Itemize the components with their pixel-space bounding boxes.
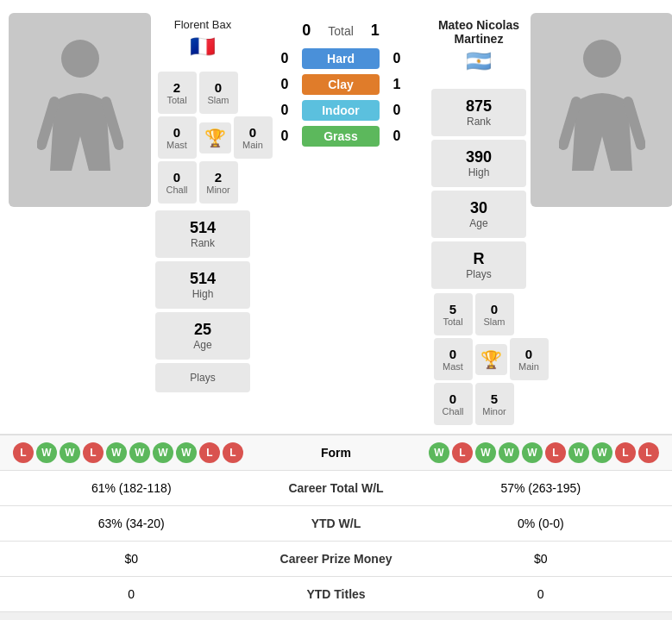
right-plays-value: R bbox=[435, 250, 523, 268]
stat-row-center: YTD Titles bbox=[250, 587, 423, 601]
right-age-box: 30 Age bbox=[431, 191, 526, 238]
left-form-badge: W bbox=[176, 442, 197, 463]
surface-badge-indoor: Indoor bbox=[302, 100, 380, 121]
left-form-badges: LWWLWWWWLL bbox=[13, 442, 285, 463]
surface-row-grass: 0 Grass 0 bbox=[276, 126, 405, 147]
right-form-badge: L bbox=[545, 442, 566, 463]
surface-left-score: 0 bbox=[276, 51, 293, 66]
left-silhouette-icon bbox=[37, 33, 123, 188]
left-mast-val: 0 bbox=[165, 125, 190, 140]
right-slam-box: 0 Slam bbox=[475, 293, 514, 335]
left-main-val: 0 bbox=[241, 125, 266, 140]
surface-left-score: 0 bbox=[276, 77, 293, 92]
left-player-photo bbox=[9, 13, 151, 207]
main-container: Florent Bax 🇫🇷 2 Total 0 Slam 0 bbox=[0, 0, 672, 612]
stat-row-left: 61% (182-118) bbox=[13, 481, 250, 495]
left-chall-box: 0 Chall bbox=[158, 161, 197, 204]
right-player-name: Mateo Nicolas Martinez bbox=[431, 18, 526, 46]
left-main-lbl: Main bbox=[241, 140, 266, 150]
left-player-flag: 🇫🇷 bbox=[190, 34, 216, 59]
right-high-value: 390 bbox=[435, 148, 523, 166]
right-form-badges: WLWWWLWWLL bbox=[388, 442, 660, 463]
right-age-label: Age bbox=[435, 217, 523, 229]
left-form-badge: W bbox=[129, 442, 150, 463]
right-mast-lbl: Mast bbox=[441, 361, 466, 372]
left-chall-lbl: Chall bbox=[165, 185, 190, 195]
left-player-name: Florent Bax bbox=[174, 18, 231, 31]
stat-row: 0 YTD Titles 0 bbox=[0, 577, 672, 612]
surface-row-hard: 0 Hard 0 bbox=[276, 48, 405, 69]
total-row: 0 Total 1 bbox=[267, 13, 414, 44]
stat-row-right: 57% (263-195) bbox=[423, 481, 660, 495]
surface-rows: 0 Hard 0 0 Clay 1 0 Indoor 0 0 Grass 0 bbox=[267, 44, 414, 151]
left-form-badge: L bbox=[83, 442, 104, 463]
stat-row-center: Career Prize Money bbox=[250, 552, 423, 566]
left-mast-lbl: Mast bbox=[165, 140, 190, 150]
stat-row-left: 0 bbox=[13, 587, 250, 601]
left-player-block: Florent Bax 🇫🇷 2 Total 0 Slam 0 bbox=[9, 13, 267, 392]
surface-badge-clay: Clay bbox=[302, 74, 380, 95]
right-high-box: 390 High bbox=[431, 140, 526, 187]
left-total-box: 2 Total bbox=[158, 72, 197, 114]
right-form-badge: L bbox=[638, 442, 659, 463]
surface-left-score: 0 bbox=[276, 103, 293, 118]
stat-row-left: 63% (34-20) bbox=[13, 517, 250, 530]
left-form-badge: W bbox=[60, 442, 80, 463]
total-label: Total bbox=[328, 24, 354, 38]
right-form-badge: W bbox=[522, 442, 543, 463]
surface-right-score: 0 bbox=[388, 51, 405, 66]
surface-row-clay: 0 Clay 1 bbox=[276, 74, 405, 95]
left-main-box: 0 Main bbox=[234, 116, 273, 159]
right-plays-label: Plays bbox=[435, 268, 523, 280]
left-high-label: High bbox=[159, 288, 247, 300]
stat-row-left: $0 bbox=[13, 552, 250, 566]
left-high-value: 514 bbox=[159, 270, 247, 288]
left-slam-lbl: Slam bbox=[206, 95, 231, 105]
left-slam-box: 0 Slam bbox=[199, 72, 238, 114]
svg-point-0 bbox=[61, 40, 99, 78]
left-minor-val: 2 bbox=[206, 170, 231, 185]
left-form-badge: L bbox=[13, 442, 34, 463]
right-minor-lbl: Minor bbox=[482, 406, 507, 416]
right-rank-box: 875 Rank bbox=[431, 89, 526, 136]
right-player-flag: 🇦🇷 bbox=[466, 49, 492, 73]
stat-row-right: 0 bbox=[423, 587, 660, 601]
right-rank-boxes: 875 Rank 390 High 30 Age R Plays bbox=[431, 89, 526, 289]
right-form-badge: W bbox=[475, 442, 496, 463]
right-form-badge: L bbox=[452, 442, 473, 463]
right-mast-val: 0 bbox=[441, 347, 466, 361]
stat-row-right: 0% (0-0) bbox=[423, 517, 660, 530]
stats-table: LWWLWWWWLL Form WLWWWLWWLL 61% (182-118)… bbox=[0, 434, 672, 612]
surface-row-indoor: 0 Indoor 0 bbox=[276, 100, 405, 121]
left-chall-val: 0 bbox=[165, 170, 190, 185]
stat-row-right: $0 bbox=[423, 552, 660, 566]
right-chall-box: 0 Chall bbox=[434, 383, 473, 425]
right-form-badge: W bbox=[499, 442, 519, 463]
right-trophy-icon: 🏆 bbox=[475, 344, 507, 375]
right-mast-box: 0 Mast bbox=[434, 338, 473, 380]
left-plays-label: Plays bbox=[159, 372, 247, 384]
surface-badge-grass: Grass bbox=[302, 126, 380, 147]
left-slam-val: 0 bbox=[206, 80, 231, 95]
right-chall-lbl: Chall bbox=[441, 406, 466, 416]
stat-rows-container: 61% (182-118) Career Total W/L 57% (263-… bbox=[0, 471, 672, 612]
right-total-score: 1 bbox=[371, 22, 380, 40]
surface-left-score: 0 bbox=[276, 128, 293, 144]
surface-badge-hard: Hard bbox=[302, 48, 380, 69]
left-age-box: 25 Age bbox=[155, 312, 250, 360]
left-player-details: Florent Bax 🇫🇷 2 Total 0 Slam 0 bbox=[155, 13, 250, 392]
left-minor-box: 2 Minor bbox=[199, 161, 238, 204]
right-form-badge: W bbox=[429, 442, 449, 463]
surface-right-score: 0 bbox=[388, 128, 405, 144]
left-form-badge: W bbox=[36, 442, 57, 463]
left-rank-box: 514 Rank bbox=[155, 210, 250, 258]
center-block: 0 Total 1 0 Hard 0 0 Clay 1 0 Indoor 0 0… bbox=[267, 13, 414, 151]
right-plays-box: R Plays bbox=[431, 241, 526, 289]
left-form-badge: L bbox=[199, 442, 220, 463]
left-trophy-icon: 🏆 bbox=[199, 122, 231, 153]
stat-row-center: Career Total W/L bbox=[250, 481, 423, 495]
right-total-lbl: Total bbox=[441, 316, 466, 327]
left-rank-label: Rank bbox=[159, 237, 247, 249]
form-label: Form bbox=[285, 446, 388, 460]
svg-point-1 bbox=[583, 40, 621, 78]
